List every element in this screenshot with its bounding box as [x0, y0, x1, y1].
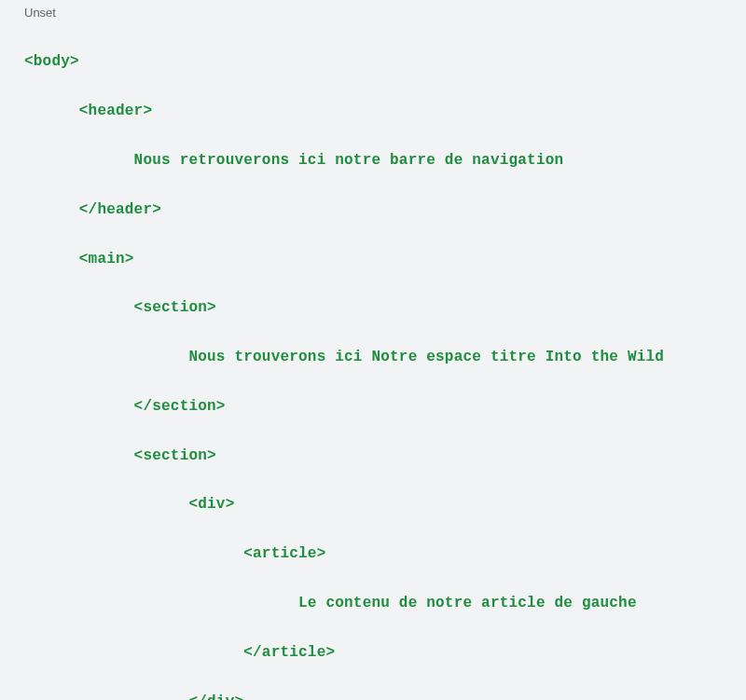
code-line: <div> — [24, 492, 737, 516]
code-line: <header> — [24, 99, 737, 123]
code-language-label: Unset — [24, 6, 737, 20]
code-line: <main> — [24, 247, 737, 271]
code-line: Nous trouverons ici Notre espace titre I… — [24, 345, 737, 369]
code-line: </header> — [24, 198, 737, 222]
code-line: Nous retrouverons ici notre barre de nav… — [24, 148, 737, 172]
code-line: </div> — [24, 690, 737, 700]
code-line: <section> — [24, 444, 737, 468]
code-line: <section> — [24, 295, 737, 320]
code-line: <article> — [24, 542, 737, 566]
code-line: </article> — [24, 640, 737, 665]
code-line: <body> — [24, 49, 737, 74]
code-line: </section> — [24, 394, 737, 419]
code-line: Le contenu de notre article de gauche — [24, 591, 737, 615]
code-block: <body> <header> Nous retrouverons ici no… — [9, 25, 737, 700]
